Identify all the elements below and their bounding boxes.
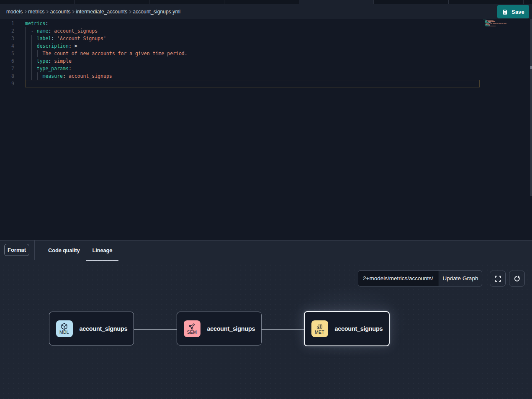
line-number: 7 [0,65,14,72]
toolbar-divider [34,240,35,260]
breadcrumb-item[interactable]: accounts [50,9,71,15]
tab-label: Lineage [93,247,113,253]
editor-active-line [25,80,480,87]
code-line: The count of new accounts for a given ti… [25,50,188,57]
lineage-edge [134,329,177,330]
node-type-label: MDL [59,330,69,335]
editor-file-tab[interactable] [75,0,150,4]
line-number: 1 [0,20,14,27]
update-graph-button[interactable]: Update Graph [439,271,482,286]
node-name: account_signups [207,325,255,332]
tab-label: Code quality [48,247,80,253]
refresh-icon [513,275,521,282]
editor-code: metrics: - name: account_signups label: … [25,20,188,87]
line-number: 5 [0,50,14,57]
node-type-label: MET [315,330,324,335]
editor-file-tab[interactable] [0,0,75,4]
chevron-right-icon [129,10,132,14]
refresh-button[interactable] [509,271,525,286]
code-line: description: > [25,42,188,50]
breadcrumb-item[interactable]: metrics [28,9,44,15]
metric-bars-icon [316,323,323,330]
bottom-panel: Format Code qualityLineage MDLaccount_si… [0,240,532,399]
line-number: 2 [0,27,14,35]
panel-tab-code-quality[interactable]: Code quality [42,240,86,260]
dbt-ide-app: modelsmetricsaccountsintermediate_accoun… [0,0,532,399]
editor-file-tab[interactable] [374,0,449,4]
save-icon [502,9,508,15]
code-line: measure: account_signups [25,72,188,80]
code-line: metrics: [25,20,188,27]
node-name: account_signups [335,325,383,332]
semantic-network-icon [188,323,195,330]
node-type-badge: MET [311,320,328,337]
chevron-right-icon [46,10,49,14]
lineage-canvas[interactable]: MDLaccount_signupsSEMaccount_signupsMETa… [0,261,532,399]
save-label: Save [511,9,524,15]
chevron-right-icon [24,10,27,14]
code-line: type_params: [25,65,188,72]
node-type-badge: SEM [184,320,200,337]
editor-minimap[interactable] [483,20,509,29]
editor-file-tab[interactable] [299,0,374,4]
format-button[interactable]: Format [4,244,29,256]
line-number: 3 [0,35,14,42]
line-number: 6 [0,57,14,65]
breadcrumb-item[interactable]: account_signups.yml [133,9,180,15]
lineage-node-met[interactable]: METaccount_signups [304,311,390,346]
line-number: 4 [0,42,14,50]
editor-scrollbar-thumb[interactable] [530,66,532,69]
line-number: 9 [0,80,14,87]
code-line: type: simple [25,57,188,65]
line-number: 8 [0,72,14,80]
panel-toolbar: Format Code qualityLineage [0,240,532,260]
breadcrumb-item[interactable]: intermediate_accounts [76,9,128,15]
editor-file-tab[interactable] [224,0,299,4]
chevron-right-icon [72,10,75,14]
editor-file-tab[interactable] [149,0,224,4]
editor-scrollbar[interactable] [530,19,532,196]
breadcrumb-bar: modelsmetricsaccountsintermediate_accoun… [0,4,532,19]
editor-file-tab[interactable] [524,0,532,4]
code-editor[interactable]: 123456789 metrics: - name: account_signu… [0,19,532,240]
breadcrumb-item[interactable]: models [6,9,23,15]
save-button[interactable]: Save [497,5,529,18]
code-line: - name: account_signups [25,27,188,35]
lineage-edge [262,329,304,330]
lineage-selector-input[interactable] [358,271,439,286]
editor-file-tab[interactable] [449,0,524,4]
model-cube-icon [61,323,68,330]
lineage-node-sem[interactable]: SEMaccount_signups [177,312,262,345]
fullscreen-icon [495,276,501,282]
node-name: account_signups [80,325,128,332]
editor-tab-strip [0,0,532,4]
lineage-selector-group: Update Graph [358,270,482,286]
fullscreen-button[interactable] [490,271,506,286]
breadcrumb: modelsmetricsaccountsintermediate_accoun… [0,9,180,15]
panel-tabs: Code qualityLineage [42,240,118,260]
panel-tab-lineage[interactable]: Lineage [86,240,119,260]
node-type-badge: MDL [56,320,73,337]
code-line: label: 'Account Signups' [25,35,188,42]
node-type-label: SEM [187,330,197,335]
editor-gutter: 123456789 [0,20,14,87]
lineage-node-mdl[interactable]: MDLaccount_signups [49,312,134,345]
